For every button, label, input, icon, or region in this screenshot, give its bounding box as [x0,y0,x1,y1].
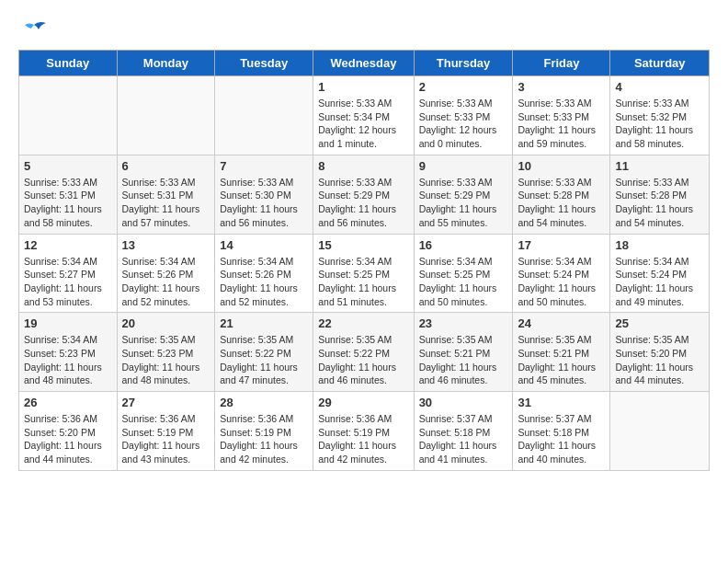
calendar-cell: 17Sunrise: 5:34 AMSunset: 5:24 PMDayligh… [513,234,610,313]
day-info: Sunrise: 5:33 AMSunset: 5:28 PMDaylight:… [615,176,704,230]
day-number: 13 [122,238,210,252]
calendar-cell [117,76,215,155]
calendar-cell: 10Sunrise: 5:33 AMSunset: 5:28 PMDayligh… [513,155,610,234]
calendar-cell: 22Sunrise: 5:35 AMSunset: 5:22 PMDayligh… [313,313,414,392]
day-number: 2 [419,80,508,94]
day-number: 1 [318,80,408,94]
day-info: Sunrise: 5:36 AMSunset: 5:19 PMDaylight:… [122,412,210,466]
day-number: 31 [518,396,605,409]
calendar-cell: 4Sunrise: 5:33 AMSunset: 5:32 PMDaylight… [610,76,710,155]
day-number: 19 [24,316,112,330]
calendar-cell [215,76,313,155]
day-number: 21 [220,316,308,330]
calendar-cell: 21Sunrise: 5:35 AMSunset: 5:22 PMDayligh… [215,313,313,392]
calendar-week-3: 12Sunrise: 5:34 AMSunset: 5:27 PMDayligh… [19,234,710,313]
calendar-cell [610,392,710,471]
day-number: 12 [24,238,112,252]
day-info: Sunrise: 5:34 AMSunset: 5:27 PMDaylight:… [24,255,112,309]
calendar-cell: 23Sunrise: 5:35 AMSunset: 5:21 PMDayligh… [414,313,513,392]
col-sunday: Sunday [19,51,118,76]
day-number: 5 [24,159,112,173]
day-info: Sunrise: 5:33 AMSunset: 5:29 PMDaylight:… [318,176,408,230]
calendar-header: Sunday Monday Tuesday Wednesday Thursday… [19,51,710,76]
calendar-cell: 8Sunrise: 5:33 AMSunset: 5:29 PMDaylight… [313,155,414,234]
calendar-cell [19,76,118,155]
col-tuesday: Tuesday [215,51,313,76]
day-info: Sunrise: 5:37 AMSunset: 5:18 PMDaylight:… [419,412,508,466]
day-info: Sunrise: 5:33 AMSunset: 5:31 PMDaylight:… [122,176,210,230]
day-info: Sunrise: 5:33 AMSunset: 5:34 PMDaylight:… [318,97,408,151]
calendar-cell: 2Sunrise: 5:33 AMSunset: 5:33 PMDaylight… [414,76,513,155]
day-info: Sunrise: 5:33 AMSunset: 5:33 PMDaylight:… [419,97,508,151]
calendar-cell: 16Sunrise: 5:34 AMSunset: 5:25 PMDayligh… [414,234,513,313]
col-saturday: Saturday [610,51,710,76]
day-number: 24 [518,316,605,330]
day-number: 25 [615,316,704,330]
calendar-cell: 11Sunrise: 5:33 AMSunset: 5:28 PMDayligh… [610,155,710,234]
calendar-cell: 27Sunrise: 5:36 AMSunset: 5:19 PMDayligh… [117,392,215,471]
calendar-cell: 5Sunrise: 5:33 AMSunset: 5:31 PMDaylight… [19,155,118,234]
day-info: Sunrise: 5:35 AMSunset: 5:22 PMDaylight:… [220,333,308,387]
calendar-cell: 14Sunrise: 5:34 AMSunset: 5:26 PMDayligh… [215,234,313,313]
day-info: Sunrise: 5:33 AMSunset: 5:29 PMDaylight:… [419,176,508,230]
day-number: 23 [419,316,508,330]
calendar-cell: 30Sunrise: 5:37 AMSunset: 5:18 PMDayligh… [414,392,513,471]
day-info: Sunrise: 5:34 AMSunset: 5:26 PMDaylight:… [220,255,308,309]
day-info: Sunrise: 5:33 AMSunset: 5:32 PMDaylight:… [615,97,704,151]
calendar-table: Sunday Monday Tuesday Wednesday Thursday… [18,50,710,471]
calendar-cell: 12Sunrise: 5:34 AMSunset: 5:27 PMDayligh… [19,234,118,313]
day-number: 29 [318,396,408,409]
day-number: 17 [518,238,605,252]
calendar-cell: 13Sunrise: 5:34 AMSunset: 5:26 PMDayligh… [117,234,215,313]
calendar-week-1: 1Sunrise: 5:33 AMSunset: 5:34 PMDaylight… [19,76,710,155]
logo-bird-icon [20,18,48,40]
day-number: 10 [518,159,605,173]
calendar-cell: 19Sunrise: 5:34 AMSunset: 5:23 PMDayligh… [19,313,118,392]
day-info: Sunrise: 5:33 AMSunset: 5:30 PMDaylight:… [220,176,308,230]
calendar-cell: 9Sunrise: 5:33 AMSunset: 5:29 PMDaylight… [414,155,513,234]
day-info: Sunrise: 5:33 AMSunset: 5:31 PMDaylight:… [24,176,112,230]
day-info: Sunrise: 5:35 AMSunset: 5:23 PMDaylight:… [122,333,210,387]
calendar-cell: 18Sunrise: 5:34 AMSunset: 5:24 PMDayligh… [610,234,710,313]
day-number: 15 [318,238,408,252]
calendar-body: 1Sunrise: 5:33 AMSunset: 5:34 PMDaylight… [19,76,710,471]
day-info: Sunrise: 5:34 AMSunset: 5:25 PMDaylight:… [318,255,408,309]
day-number: 22 [318,316,408,330]
day-number: 27 [122,396,210,409]
day-info: Sunrise: 5:36 AMSunset: 5:19 PMDaylight:… [318,412,408,466]
col-wednesday: Wednesday [313,51,414,76]
calendar-cell: 7Sunrise: 5:33 AMSunset: 5:30 PMDaylight… [215,155,313,234]
day-info: Sunrise: 5:37 AMSunset: 5:18 PMDaylight:… [518,412,605,466]
day-info: Sunrise: 5:35 AMSunset: 5:22 PMDaylight:… [318,333,408,387]
day-number: 18 [615,238,704,252]
day-info: Sunrise: 5:34 AMSunset: 5:26 PMDaylight:… [122,255,210,309]
day-number: 4 [615,80,704,94]
calendar-week-4: 19Sunrise: 5:34 AMSunset: 5:23 PMDayligh… [19,313,710,392]
day-info: Sunrise: 5:34 AMSunset: 5:24 PMDaylight:… [615,255,704,309]
day-number: 28 [220,396,308,409]
day-info: Sunrise: 5:36 AMSunset: 5:20 PMDaylight:… [24,412,112,466]
day-info: Sunrise: 5:35 AMSunset: 5:21 PMDaylight:… [518,333,605,387]
calendar-cell: 1Sunrise: 5:33 AMSunset: 5:34 PMDaylight… [313,76,414,155]
calendar-cell: 3Sunrise: 5:33 AMSunset: 5:33 PMDaylight… [513,76,610,155]
calendar-cell: 15Sunrise: 5:34 AMSunset: 5:25 PMDayligh… [313,234,414,313]
calendar-week-5: 26Sunrise: 5:36 AMSunset: 5:20 PMDayligh… [19,392,710,471]
day-number: 14 [220,238,308,252]
day-info: Sunrise: 5:34 AMSunset: 5:24 PMDaylight:… [518,255,605,309]
calendar-cell: 20Sunrise: 5:35 AMSunset: 5:23 PMDayligh… [117,313,215,392]
calendar-cell: 24Sunrise: 5:35 AMSunset: 5:21 PMDayligh… [513,313,610,392]
day-number: 9 [419,159,508,173]
day-info: Sunrise: 5:33 AMSunset: 5:28 PMDaylight:… [518,176,605,230]
calendar-cell: 6Sunrise: 5:33 AMSunset: 5:31 PMDaylight… [117,155,215,234]
day-number: 7 [220,159,308,173]
day-number: 20 [122,316,210,330]
col-thursday: Thursday [414,51,513,76]
col-monday: Monday [117,51,215,76]
day-info: Sunrise: 5:34 AMSunset: 5:23 PMDaylight:… [24,333,112,387]
day-number: 30 [419,396,508,409]
day-number: 16 [419,238,508,252]
header-row: Sunday Monday Tuesday Wednesday Thursday… [19,51,710,76]
calendar-cell: 29Sunrise: 5:36 AMSunset: 5:19 PMDayligh… [313,392,414,471]
calendar-cell: 31Sunrise: 5:37 AMSunset: 5:18 PMDayligh… [513,392,610,471]
day-info: Sunrise: 5:34 AMSunset: 5:25 PMDaylight:… [419,255,508,309]
